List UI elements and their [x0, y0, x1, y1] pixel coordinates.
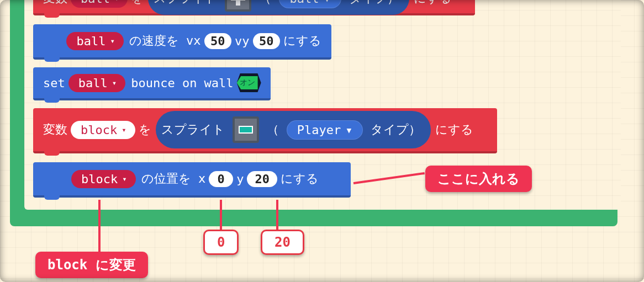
- sprite-create-oval[interactable]: スプライト （ Player ▾ タイプ）: [156, 111, 431, 148]
- label-variable: 変数: [43, 121, 67, 138]
- label-sprite: スプライト: [161, 121, 225, 138]
- label-velocity: の速度を vx: [129, 33, 201, 49]
- vx-input[interactable]: 50: [204, 33, 231, 49]
- variable-dropdown-block[interactable]: block ▾: [71, 121, 135, 139]
- var-name: ball: [76, 34, 105, 48]
- open-paren: （: [259, 0, 271, 7]
- chevron-down-icon: ▾: [110, 36, 114, 45]
- chevron-down-icon: ▾: [114, 0, 119, 3]
- label-set-suffix: にする: [435, 121, 473, 138]
- toggle-on-off[interactable]: オン: [237, 73, 261, 92]
- type-suffix: タイプ）: [349, 0, 399, 7]
- callout-change-to-block: block に変更: [35, 252, 148, 278]
- type-suffix: タイプ）: [371, 121, 421, 138]
- toggle-on-label: オン: [237, 76, 258, 89]
- label-suffix: にする: [283, 33, 321, 49]
- type-name: ball: [289, 0, 319, 6]
- chevron-down-icon: ▾: [122, 174, 126, 183]
- label-y: y: [236, 172, 244, 186]
- callout-leader-0: [220, 200, 222, 230]
- variable-dropdown-ball[interactable]: ball ▾: [71, 0, 128, 8]
- set-variable-block-sprite-block[interactable]: 変数 block ▾ を スプライト （ Player ▾ タイプ） にする: [33, 108, 497, 153]
- callout-leader-block: [98, 200, 101, 252]
- open-paren: （: [267, 121, 279, 138]
- callout-leader-20: [276, 200, 278, 230]
- y-input[interactable]: 20: [247, 171, 277, 187]
- label-vy: vy: [235, 34, 250, 48]
- block-workspace[interactable]: 変数 ball ▾ を スプライト （ ball ▾ タイプ） にする ball…: [0, 0, 644, 282]
- sprite-kind-dropdown-player[interactable]: Player ▾: [287, 120, 363, 140]
- label-wo: を: [139, 121, 151, 138]
- label-position: の位置を x: [141, 171, 206, 187]
- type-name: Player: [297, 123, 341, 137]
- chevron-down-icon: ▾: [345, 123, 352, 137]
- label-suffix: にする: [281, 171, 319, 187]
- callout-value-20: 20: [261, 230, 304, 255]
- set-variable-ball-sprite-block[interactable]: 変数 ball ▾ を スプライト （ ball ▾ タイプ） にする: [33, 0, 475, 15]
- chevron-down-icon: ▾: [323, 0, 330, 6]
- label-variable: 変数: [43, 0, 67, 7]
- set-velocity-block[interactable]: ball ▾ の速度を vx 50 vy 50 にする: [33, 24, 331, 60]
- label-bounce: bounce on wall: [131, 76, 233, 90]
- var-name: block: [81, 172, 118, 186]
- vy-input[interactable]: 50: [253, 33, 280, 49]
- label-set-suffix: にする: [414, 0, 452, 7]
- x-input[interactable]: 0: [209, 171, 233, 187]
- sprite-image-picker[interactable]: [225, 0, 251, 12]
- label-wo: を: [131, 0, 144, 7]
- callout-insert-here: ここに入れる: [425, 166, 532, 192]
- variable-dropdown-block[interactable]: block ▾: [71, 170, 136, 188]
- sprite-kind-dropdown[interactable]: ball ▾: [279, 0, 341, 8]
- variable-dropdown-ball[interactable]: ball ▾: [66, 32, 123, 50]
- label-set: set: [43, 76, 65, 90]
- var-name: ball: [78, 76, 108, 90]
- set-position-block[interactable]: block ▾ の位置を x 0 y 20 にする: [33, 162, 351, 198]
- variable-dropdown-ball[interactable]: ball ▾: [68, 74, 125, 92]
- chevron-down-icon: ▾: [122, 125, 126, 134]
- sprite-create-oval[interactable]: スプライト （ ball ▾ タイプ）: [148, 0, 409, 15]
- sprite-icon: [239, 126, 253, 134]
- label-sprite: スプライト: [154, 0, 217, 7]
- callout-value-0: 0: [203, 230, 239, 255]
- chevron-down-icon: ▾: [112, 78, 117, 87]
- sprite-image-picker[interactable]: [233, 116, 259, 143]
- set-bounce-on-wall-block[interactable]: set ball ▾ bounce on wall オン: [33, 67, 271, 100]
- var-name: ball: [81, 0, 110, 6]
- plus-icon: [231, 0, 245, 6]
- var-name: block: [81, 123, 117, 137]
